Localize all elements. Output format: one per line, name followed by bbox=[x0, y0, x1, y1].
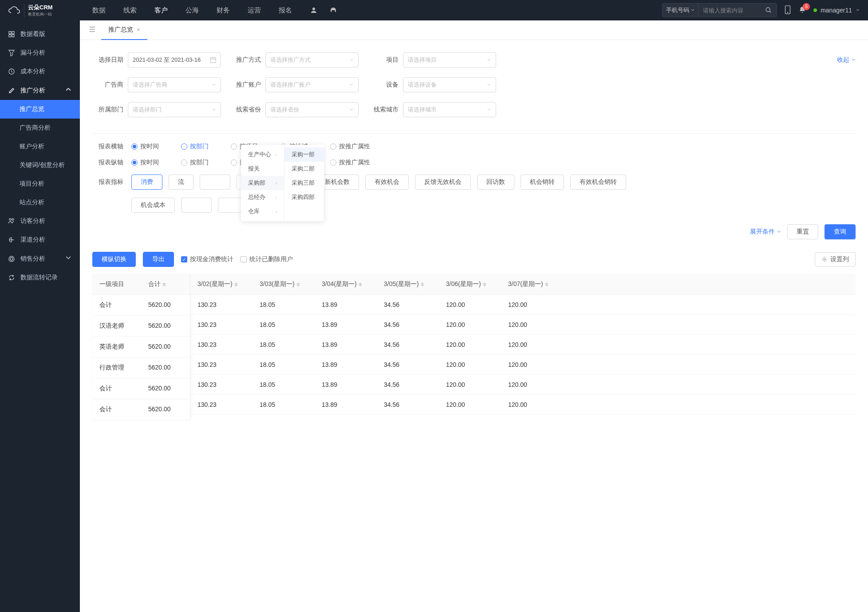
expand-conditions-link[interactable]: 展开条件 bbox=[750, 228, 781, 236]
toggle-axis-button[interactable]: 横纵切换 bbox=[92, 252, 136, 267]
sidebar-subitem[interactable]: 推广总览 bbox=[0, 100, 80, 119]
col-header[interactable]: 3/02(星期一) bbox=[190, 274, 253, 294]
sort-icon[interactable] bbox=[234, 282, 238, 286]
chevron-down-icon bbox=[691, 8, 694, 12]
sidebar-item[interactable]: 访客分析 bbox=[0, 212, 80, 230]
sort-icon[interactable] bbox=[483, 282, 486, 286]
sort-icon[interactable] bbox=[359, 282, 362, 286]
cell: 汉语老师 bbox=[92, 316, 141, 336]
sidebar-subitem[interactable]: 项目分析 bbox=[0, 175, 80, 193]
sidebar-item[interactable]: 漏斗分析 bbox=[0, 44, 80, 62]
dropdown-item[interactable]: 采购二部 bbox=[284, 162, 324, 176]
user-icon[interactable] bbox=[310, 6, 318, 14]
metric-button[interactable]: 机会成本 bbox=[131, 198, 175, 213]
metric-button[interactable]: 有效机会 bbox=[365, 175, 409, 190]
chevron-down-icon bbox=[487, 83, 491, 87]
sort-icon[interactable] bbox=[162, 282, 166, 286]
dropdown-item[interactable]: 报关 bbox=[241, 162, 284, 176]
column-settings-button[interactable]: 设置列 bbox=[815, 252, 856, 266]
cell: 34.56 bbox=[377, 395, 439, 414]
radio-option[interactable]: 按部门 bbox=[181, 159, 209, 167]
sort-icon[interactable] bbox=[421, 282, 424, 286]
dept-select[interactable]: 请选择部门 bbox=[128, 102, 221, 117]
headset-icon[interactable] bbox=[329, 6, 337, 14]
export-button[interactable]: 导出 bbox=[143, 252, 174, 267]
chevron-right-icon: › bbox=[276, 195, 277, 200]
nav-item[interactable]: 数据 bbox=[92, 6, 106, 15]
metric-button[interactable]: 有效机会销转 bbox=[570, 175, 626, 190]
cell: 34.56 bbox=[377, 315, 439, 334]
metric-button[interactable] bbox=[200, 175, 230, 190]
dropdown-item[interactable]: 采购三部 bbox=[284, 176, 324, 190]
cell: 18.05 bbox=[253, 295, 315, 314]
project-select[interactable]: 请选择项目 bbox=[403, 52, 496, 68]
dropdown-item[interactable]: 仓库› bbox=[241, 204, 284, 219]
nav-item[interactable]: 财务 bbox=[217, 6, 230, 15]
table-row: 130.2318.0513.8934.56120.00120.00 bbox=[190, 375, 856, 395]
nav-item[interactable]: 客户 bbox=[154, 6, 168, 15]
sidebar-subitem[interactable]: 站点分析 bbox=[0, 193, 80, 212]
search-type-select[interactable]: 手机号码 bbox=[663, 4, 698, 17]
collapse-link[interactable]: 收起 bbox=[837, 56, 856, 64]
nav-item[interactable]: 公海 bbox=[185, 6, 199, 15]
metric-button[interactable] bbox=[181, 198, 212, 213]
col-header[interactable]: 3/06(星期一) bbox=[439, 274, 501, 294]
sort-icon[interactable] bbox=[296, 282, 300, 286]
search-input[interactable] bbox=[698, 7, 761, 14]
brand: 云朵CRM bbox=[28, 4, 53, 12]
col-header[interactable]: 3/07(星期一) bbox=[501, 274, 563, 294]
province-select[interactable]: 请选择省份 bbox=[265, 102, 359, 117]
sidebar-item[interactable]: 销售分析 bbox=[0, 249, 80, 268]
metric-button[interactable]: 反馈无效机会 bbox=[415, 175, 471, 190]
radio-option[interactable]: 按部门 bbox=[181, 143, 209, 151]
reset-button[interactable]: 重置 bbox=[787, 224, 818, 239]
col-header[interactable]: 合计 bbox=[141, 274, 190, 294]
date-picker[interactable]: 2021-03-02 至 2021-03-16 bbox=[128, 52, 221, 68]
radio-option[interactable]: 按时间 bbox=[131, 159, 159, 167]
tab-close-icon[interactable]: × bbox=[137, 26, 140, 33]
metric-button[interactable]: 回访数 bbox=[477, 175, 514, 190]
col-header[interactable]: 3/03(星期一) bbox=[253, 274, 315, 294]
radio-option[interactable]: 按推广属性 bbox=[330, 159, 370, 167]
sidebar-item[interactable]: 推广分析 bbox=[0, 81, 80, 100]
search-button[interactable] bbox=[761, 7, 777, 14]
nav-item[interactable]: 线索 bbox=[123, 6, 137, 15]
city-select[interactable]: 请选择城市 bbox=[403, 102, 496, 117]
sidebar-item[interactable]: 渠道分析 bbox=[0, 230, 80, 249]
metric-button[interactable]: 流 bbox=[169, 175, 193, 190]
sort-icon[interactable] bbox=[545, 282, 548, 286]
sidebar-subitem[interactable]: 关键词/创意分析 bbox=[0, 156, 80, 175]
advertiser-select[interactable]: 请选择广告商 bbox=[128, 77, 221, 92]
dropdown-item[interactable]: 总经办› bbox=[241, 190, 284, 204]
col-header[interactable]: 3/05(星期一) bbox=[377, 274, 439, 294]
metric-button[interactable]: 消费 bbox=[131, 175, 162, 190]
deleted-users-checkbox[interactable]: 统计已删除用户 bbox=[241, 255, 293, 263]
sidebar-item[interactable]: 数据看版 bbox=[0, 25, 80, 44]
sidebar-subitem[interactable]: 账户分析 bbox=[0, 137, 80, 156]
radio-option[interactable]: 按推广属性 bbox=[330, 143, 370, 151]
dropdown-item[interactable]: 生产中心› bbox=[241, 147, 284, 162]
sidebar-toggle[interactable] bbox=[83, 26, 101, 34]
chevron-down-icon bbox=[349, 107, 354, 112]
nav-item[interactable]: 报名 bbox=[279, 6, 292, 15]
nav-item[interactable]: 运营 bbox=[248, 6, 261, 15]
sidebar-subitem[interactable]: 广告商分析 bbox=[0, 119, 80, 137]
query-button[interactable]: 查询 bbox=[825, 224, 856, 239]
sidebar-item[interactable]: 数据流转记录 bbox=[0, 268, 80, 287]
tab-promotion-overview[interactable]: 推广总览 × bbox=[101, 20, 147, 40]
cash-stats-checkbox[interactable]: 按现金消费统计 bbox=[181, 255, 233, 263]
device-select[interactable]: 请选择设备 bbox=[403, 77, 496, 92]
method-select[interactable]: 请选择推广方式 bbox=[265, 52, 359, 68]
dropdown-item[interactable]: 采购一部 bbox=[284, 147, 324, 162]
user-menu[interactable]: manager11 bbox=[813, 7, 860, 14]
radio-option[interactable]: 按时间 bbox=[131, 143, 159, 151]
account-select[interactable]: 请选择推广账户 bbox=[265, 77, 359, 92]
col-header[interactable]: 3/04(星期一) bbox=[315, 274, 377, 294]
dropdown-item[interactable]: 采购四部 bbox=[284, 190, 324, 204]
metric-button[interactable]: 机会销转 bbox=[521, 175, 564, 190]
dropdown-item[interactable]: 采购部› bbox=[241, 176, 284, 190]
phone-icon[interactable] bbox=[784, 5, 791, 16]
users-icon bbox=[8, 218, 15, 225]
sidebar-item[interactable]: 成本分析 bbox=[0, 62, 80, 81]
notifications-button[interactable]: 5 bbox=[798, 6, 806, 15]
